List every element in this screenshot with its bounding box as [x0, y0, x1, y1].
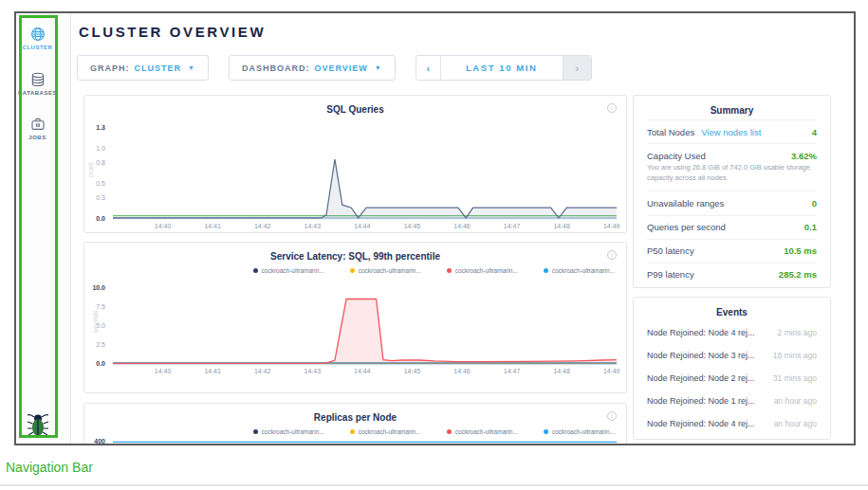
- y-tick-label: 1.0: [96, 145, 105, 152]
- summary-label: P50 latency: [647, 245, 694, 256]
- summary-row-total-nodes: Total Nodes View nodes list 4: [647, 119, 817, 143]
- chart-plot-area[interactable]: [113, 434, 617, 445]
- dashboard-dropdown[interactable]: DASHBOARD: OVERVIEW ▼: [229, 55, 396, 81]
- chart-title: Service Latency: SQL, 99th percentile: [84, 251, 626, 262]
- info-icon[interactable]: i: [607, 103, 617, 113]
- chevron-down-icon: ▼: [188, 64, 195, 71]
- legend-dot-icon: [350, 268, 355, 273]
- summary-panel: Summary Total Nodes View nodes list 4 Ca…: [633, 95, 831, 288]
- summary-value: 285.2 ms: [779, 269, 817, 280]
- x-tick-label: 14:45: [404, 223, 421, 229]
- event-text[interactable]: Node Rejoined: Node 4 rej...: [647, 419, 755, 428]
- x-tick-label: 14:48: [553, 223, 570, 229]
- chart-card-replicas-per-node: Replicas per Node i cockroach-ultramarin…: [83, 403, 627, 445]
- sidebar-item-jobs[interactable]: JOBS: [16, 117, 59, 140]
- legend-item[interactable]: cockroach-ultramarin...: [350, 267, 421, 274]
- x-tick-label: 14:49: [603, 368, 620, 374]
- y-tick-label: 0.5: [96, 180, 105, 187]
- chart-plot-area[interactable]: [113, 282, 617, 364]
- legend-item[interactable]: cockroach-ultramarin...: [447, 267, 518, 274]
- event-row: Node Rejoined: Node 3 rej... 18 mins ago: [647, 344, 817, 367]
- y-tick-label: 0.8: [96, 159, 105, 166]
- y-tick-label: 1.3: [96, 124, 105, 131]
- info-icon[interactable]: i: [607, 411, 617, 421]
- summary-label: P99 latency: [647, 269, 694, 280]
- event-time: 2 mins ago: [777, 328, 817, 337]
- summary-label: Capacity Used: [647, 151, 706, 161]
- app-window: CLUSTER DATABASES JOBS CLUSTER OVERVIEW …: [14, 11, 856, 445]
- x-tick-label: 14:46: [453, 368, 471, 374]
- event-text[interactable]: Node Rejoined: Node 1 rej...: [647, 396, 755, 406]
- sidebar-item-cluster[interactable]: CLUSTER: [16, 27, 59, 50]
- x-axis-ticks: 14:4014:4114:4214:4314:4414:4514:4614:47…: [113, 368, 617, 377]
- x-tick-label: 14:40: [155, 368, 172, 374]
- graph-dropdown[interactable]: GRAPH: CLUSTER ▼: [77, 55, 209, 81]
- event-time: 18 mins ago: [773, 351, 817, 360]
- chevron-down-icon: ▼: [375, 64, 382, 71]
- chart-title: SQL Queries: [84, 104, 626, 115]
- time-range-next-button[interactable]: ›: [563, 56, 591, 80]
- legend-label: cockroach-ultramarin...: [262, 267, 324, 274]
- y-tick-label: 2.5: [96, 341, 105, 348]
- summary-row-p99-latency: P99 latency 285.2 ms: [647, 263, 817, 286]
- time-range-value[interactable]: LAST 10 MIN: [441, 56, 563, 80]
- legend-label: cockroach-ultramarin...: [359, 267, 421, 274]
- summary-label: Queries per second: [647, 222, 726, 232]
- info-icon[interactable]: i: [607, 250, 617, 260]
- legend-item[interactable]: cockroach-ultramarin...: [253, 267, 324, 274]
- sidebar-item-label: CLUSTER: [16, 45, 59, 50]
- dashboard-dropdown-value: OVERVIEW: [314, 64, 367, 73]
- y-tick-label: 7.5: [96, 303, 105, 310]
- legend-item[interactable]: cockroach-ultramarin...: [544, 267, 615, 274]
- y-tick-label: 400: [94, 438, 105, 445]
- graph-dropdown-value: CLUSTER: [135, 64, 182, 73]
- summary-value: 10.5 ms: [784, 245, 817, 256]
- event-row: Node Rejoined: Node 1 rej... an hour ago: [647, 390, 817, 412]
- events-title: Events: [634, 298, 830, 321]
- x-tick-label: 14:44: [354, 223, 371, 229]
- controls-bar: GRAPH: CLUSTER ▼ DASHBOARD: OVERVIEW ▼ ‹…: [77, 55, 592, 81]
- legend-dot-icon: [253, 268, 258, 273]
- legend-label: cockroach-ultramarin...: [455, 267, 518, 274]
- legend-dot-icon: [447, 268, 452, 273]
- x-tick-label: 14:46: [453, 223, 471, 229]
- summary-value: 0: [812, 198, 817, 209]
- summary-label: Total Nodes: [647, 127, 694, 137]
- sidebar-item-label: DATABASES: [16, 90, 59, 96]
- dashboard-dropdown-label: DASHBOARD:: [242, 64, 310, 73]
- summary-row-p50-latency: P50 latency 10.5 ms: [647, 239, 817, 263]
- briefcase-icon: [30, 117, 46, 132]
- x-tick-label: 14:43: [305, 368, 322, 374]
- event-row: Node Rejoined: Node 4 rej... an hour ago: [647, 412, 817, 435]
- x-tick-label: 14:40: [155, 223, 172, 229]
- page-title: CLUSTER OVERVIEW: [79, 24, 266, 40]
- x-tick-label: 14:49: [603, 223, 620, 229]
- x-tick-label: 14:43: [305, 223, 322, 229]
- capacity-used-subtext: You are using 26.8 GiB of 742.0 GiB usab…: [647, 163, 817, 191]
- chart-card-sql-queries: SQL Queries i 0.00.30.50.81.01.3count14:…: [83, 95, 627, 233]
- summary-title: Summary: [634, 96, 830, 119]
- cockroachdb-logo[interactable]: [27, 411, 49, 437]
- event-text[interactable]: Node Rejoined: Node 3 rej...: [647, 351, 755, 360]
- x-tick-label: 14:41: [204, 223, 221, 229]
- view-nodes-list-link[interactable]: View nodes list: [701, 127, 761, 137]
- bottom-divider: [0, 484, 868, 486]
- y-tick-label: 0.0: [96, 215, 105, 222]
- x-tick-label: 14:42: [254, 368, 271, 374]
- event-text[interactable]: Node Rejoined: Node 2 rej...: [647, 373, 755, 383]
- event-time: an hour ago: [774, 419, 817, 428]
- time-range-prev-button[interactable]: ‹: [416, 56, 441, 80]
- x-tick-label: 14:45: [404, 368, 421, 374]
- summary-row-queries-per-second: Queries per second 0.1: [647, 215, 817, 239]
- summary-value: 3.62%: [791, 151, 817, 161]
- summary-row-unavailable-ranges: Unavailable ranges 0: [647, 191, 817, 215]
- sidebar: CLUSTER DATABASES JOBS: [16, 13, 71, 444]
- event-text[interactable]: Node Rejoined: Node 4 rej...: [647, 328, 755, 337]
- y-tick-label: 0.3: [96, 194, 105, 201]
- y-tick-label: 0.0: [96, 360, 105, 367]
- graph-dropdown-label: GRAPH:: [90, 64, 130, 73]
- sidebar-item-databases[interactable]: DATABASES: [16, 72, 59, 96]
- globe-icon: [30, 27, 46, 42]
- chart-plot-area[interactable]: [113, 124, 617, 219]
- event-time: 31 mins ago: [773, 373, 817, 383]
